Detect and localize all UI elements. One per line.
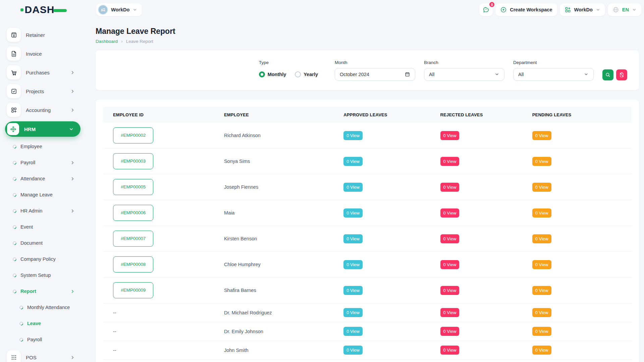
sidebar-item-hr-admin[interactable]: HR Admin	[0, 205, 87, 217]
branch-label: Branch	[424, 60, 504, 65]
chevron-right-icon	[70, 355, 75, 360]
clipboard-slash-icon	[619, 72, 625, 78]
sidebar-item-attendance[interactable]: Attendance	[0, 173, 87, 184]
sidebar-item-system-setup[interactable]: System Setup	[0, 269, 87, 281]
create-workspace-button[interactable]: Create Workspace	[495, 3, 557, 16]
col-employee-id: EMPLOYEE ID	[103, 107, 214, 123]
rejected-leaves-view-button[interactable]: 0 View	[440, 327, 460, 336]
approved-leaves-view-button[interactable]: 0 View	[343, 183, 363, 192]
purchases-cart-icon	[7, 65, 21, 79]
rejected-leaves-view-button[interactable]: 0 View	[440, 286, 460, 295]
rejected-leaves-view-button[interactable]: 0 View	[440, 157, 460, 166]
language-selector[interactable]: EN	[608, 3, 641, 16]
sidebar-item-document[interactable]: Document	[0, 237, 87, 249]
dash-logo[interactable]: DASH	[20, 4, 66, 15]
employee-id-button[interactable]: #EMP00005	[113, 179, 153, 195]
language-code: EN	[622, 7, 629, 12]
sidebar-item-monthly-attendance[interactable]: Monthly Attendance	[0, 302, 87, 313]
employee-name: Richard Atkinson	[214, 123, 333, 148]
sidebar: RetainerInvoicePurchasesProjectsAccounti…	[0, 19, 87, 362]
sidebar-item-label: Report	[20, 289, 36, 294]
approved-leaves-view-button[interactable]: 0 View	[343, 260, 363, 269]
sidebar-item-accounting[interactable]: Accounting	[0, 103, 87, 117]
approved-leaves-view-button[interactable]: 0 View	[343, 346, 363, 355]
chevron-right-icon	[70, 108, 75, 113]
sidebar-item-report[interactable]: Report	[0, 286, 87, 297]
pending-leaves-view-button[interactable]: 0 View	[532, 286, 551, 295]
sidebar-item-hrm[interactable]: HRM	[5, 121, 80, 137]
breadcrumb-dashboard-link[interactable]: Dashboard	[96, 39, 118, 44]
sidebar-item-manage-leave[interactable]: Manage Leave	[0, 189, 87, 200]
pending-leaves-view-button[interactable]: 0 View	[532, 183, 551, 192]
sidebar-item-leave[interactable]: Leave	[0, 318, 87, 329]
pending-leaves-view-button[interactable]: 0 View	[532, 327, 551, 336]
logo-accent-dot	[20, 8, 23, 11]
rejected-leaves-view-button[interactable]: 0 View	[440, 234, 460, 243]
department-select[interactable]: All	[513, 68, 594, 81]
approved-leaves-view-button[interactable]: 0 View	[343, 286, 363, 295]
sidebar-item-projects[interactable]: Projects	[0, 84, 87, 99]
sidebar-item-label: Event	[20, 224, 33, 230]
globe-icon	[612, 6, 619, 13]
pending-leaves-view-button[interactable]: 0 View	[532, 157, 551, 166]
col-pending-leaves: PENDING LEAVES	[522, 107, 632, 123]
sidebar-item-pos[interactable]: POS	[0, 350, 87, 362]
pending-leaves-view-button[interactable]: 0 View	[532, 131, 551, 140]
approved-leaves-view-button[interactable]: 0 View	[343, 308, 363, 317]
employee-id-button[interactable]: #EMP00008	[113, 256, 153, 273]
branch-select[interactable]: All	[424, 68, 504, 81]
col-employee: EMPLOYEE	[214, 107, 333, 123]
sidebar-item-purchases[interactable]: Purchases	[0, 65, 87, 80]
pending-leaves-view-button[interactable]: 0 View	[532, 308, 551, 317]
sidebar-item-retainer[interactable]: Retainer	[0, 27, 87, 42]
sidebar-item-employee[interactable]: Employee	[0, 141, 87, 152]
app-menu-button[interactable]: WorkDo	[560, 3, 605, 16]
sidebar-item-event[interactable]: Event	[0, 221, 87, 233]
month-value: October 2024	[340, 72, 369, 77]
radio-monthly[interactable]: Monthly	[259, 71, 286, 77]
employee-id-button[interactable]: #EMP00003	[113, 153, 153, 169]
employee-id-button[interactable]: #EMP00007	[113, 231, 153, 247]
table-row: #EMP00006Maia0 View0 View0 View	[103, 200, 632, 226]
approved-leaves-view-button[interactable]: 0 View	[343, 234, 363, 243]
table-row: --Emily Davis0 View0 View0 View	[103, 360, 632, 362]
department-value: All	[518, 72, 524, 77]
leave-report-table: EMPLOYEE ID EMPLOYEE APPROVED LEAVES REJ…	[103, 107, 632, 362]
approved-leaves-view-button[interactable]: 0 View	[343, 131, 363, 140]
search-button[interactable]	[602, 69, 613, 80]
reset-button[interactable]	[616, 69, 627, 80]
hrm-people-icon	[7, 123, 19, 135]
sidebar-item-company-policy[interactable]: Company Policy	[0, 253, 87, 265]
sidebar-item-payroll[interactable]: Payroll	[0, 157, 87, 168]
rejected-leaves-view-button[interactable]: 0 View	[440, 208, 460, 218]
pending-leaves-view-button[interactable]: 0 View	[532, 208, 551, 218]
pending-leaves-view-button[interactable]: 0 View	[532, 346, 551, 355]
rejected-leaves-view-button[interactable]: 0 View	[440, 260, 460, 269]
employee-id-button[interactable]: #EMP00009	[113, 282, 153, 298]
messages-button[interactable]: 0	[479, 3, 493, 16]
rejected-leaves-view-button[interactable]: 0 View	[440, 308, 460, 317]
pending-leaves-view-button[interactable]: 0 View	[532, 260, 551, 269]
pending-leaves-view-button[interactable]: 0 View	[532, 234, 551, 243]
employee-name: Dr. Michael Rodriguez	[214, 303, 333, 322]
employee-id-button[interactable]: #EMP00002	[113, 127, 153, 143]
chevron-right-icon	[70, 289, 75, 294]
rejected-leaves-view-button[interactable]: 0 View	[440, 183, 460, 192]
rejected-leaves-view-button[interactable]: 0 View	[440, 131, 460, 140]
radio-yearly[interactable]: Yearly	[295, 71, 318, 77]
employee-name: Dr. Emily Johnson	[214, 322, 333, 341]
approved-leaves-view-button[interactable]: 0 View	[343, 157, 363, 166]
sidebar-item-label: Manage Leave	[20, 192, 53, 197]
pos-apps-icon	[7, 350, 21, 362]
chevron-right-icon	[70, 89, 75, 94]
employee-id-button[interactable]: #EMP00006	[113, 205, 153, 221]
workspace-switcher[interactable]: WorkDo	[96, 3, 142, 16]
month-input[interactable]: October 2024	[335, 68, 415, 81]
approved-leaves-view-button[interactable]: 0 View	[343, 327, 363, 336]
approved-leaves-view-button[interactable]: 0 View	[343, 208, 363, 218]
main-content: Manage Leave Report Dashboard › Leave Re…	[87, 19, 644, 362]
rejected-leaves-view-button[interactable]: 0 View	[440, 346, 460, 355]
sidebar-item-payroll[interactable]: Payroll	[0, 334, 87, 345]
sidebar-item-invoice[interactable]: Invoice	[0, 46, 87, 61]
bullet-icon	[12, 192, 17, 197]
